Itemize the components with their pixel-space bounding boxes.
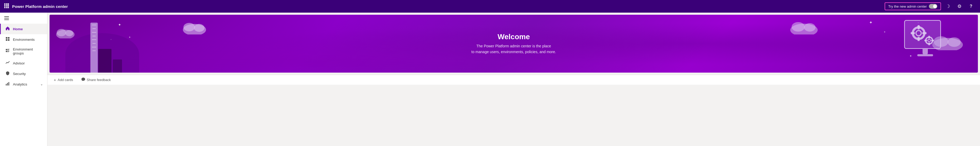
sidebar-environments-label: Environments	[13, 38, 35, 41]
svg-rect-17	[7, 49, 10, 49]
svg-rect-4	[6, 5, 7, 6]
monitor-illustration	[904, 20, 946, 57]
sidebar-item-advisor[interactable]: Advisor	[0, 58, 47, 68]
moon-icon: ☽	[946, 3, 950, 9]
sidebar-advisor-label: Advisor	[13, 61, 25, 65]
monitor-screen	[904, 20, 941, 49]
topbar: Power Platform admin center Try the new …	[0, 0, 980, 13]
share-feedback-icon	[81, 78, 85, 82]
svg-rect-48	[928, 43, 930, 45]
svg-rect-0	[4, 3, 6, 5]
add-cards-icon: +	[54, 78, 56, 82]
svg-point-27	[65, 30, 73, 36]
svg-point-29	[183, 23, 195, 31]
svg-rect-24	[8, 82, 9, 86]
help-button[interactable]: ?	[966, 2, 976, 11]
svg-point-26	[57, 29, 66, 36]
svg-rect-6	[4, 7, 6, 8]
star-5: ✦	[883, 30, 886, 33]
cloud-top-left	[55, 25, 76, 40]
svg-rect-22	[6, 84, 6, 86]
svg-rect-3	[4, 5, 6, 6]
try-new-admin-button[interactable]: Try the new admin center	[885, 2, 941, 10]
new-admin-toggle[interactable]	[929, 4, 937, 9]
content-area: ✦ ✦ ✦ ✦ ✦ ✦	[48, 13, 980, 146]
environment-groups-icon	[5, 49, 10, 54]
topbar-left: Power Platform admin center	[4, 3, 68, 10]
svg-rect-5	[8, 5, 9, 6]
app-title: Power Platform admin center	[12, 4, 68, 9]
banner-welcome-title: Welcome	[471, 33, 556, 41]
banner-subtitle-line1: The Power Platform admin center is the p…	[471, 43, 556, 49]
star-2: ✦	[129, 36, 131, 39]
svg-rect-42	[922, 32, 926, 34]
sidebar-item-environment-groups[interactable]: Environment groups	[0, 45, 47, 58]
sidebar-item-home[interactable]: Home	[0, 24, 47, 34]
svg-rect-16	[6, 49, 7, 50]
sidebar-hamburger[interactable]	[0, 13, 47, 24]
sidebar-home-label: Home	[13, 27, 23, 31]
rect-shape-1	[98, 49, 111, 73]
environments-icon	[5, 37, 10, 42]
security-icon	[5, 71, 10, 76]
monitor-stand	[923, 49, 928, 54]
svg-point-30	[194, 24, 205, 32]
svg-rect-14	[6, 39, 7, 41]
svg-rect-11	[4, 19, 9, 20]
try-new-admin-label: Try the new admin center	[888, 5, 927, 8]
svg-rect-20	[7, 50, 9, 50]
svg-point-46	[928, 39, 931, 42]
gear-icon: ⚙	[957, 3, 962, 9]
star-4: ✦	[869, 20, 872, 25]
svg-rect-44	[917, 23, 920, 23]
ruler-graphic	[91, 23, 98, 73]
svg-rect-50	[931, 40, 934, 41]
svg-rect-12	[6, 37, 7, 39]
add-cards-label: Add cards	[58, 78, 73, 82]
svg-rect-10	[4, 18, 9, 18]
svg-rect-15	[8, 39, 10, 41]
add-cards-button[interactable]: + Add cards	[52, 76, 75, 83]
svg-rect-13	[8, 37, 10, 39]
analytics-icon	[5, 81, 10, 87]
svg-rect-2	[8, 3, 9, 5]
sidebar-item-analytics[interactable]: Analytics ⌄	[0, 79, 47, 89]
svg-rect-9	[4, 16, 9, 17]
settings-button[interactable]: ⚙	[955, 2, 964, 11]
welcome-banner: ✦ ✦ ✦ ✦ ✦ ✦	[49, 15, 978, 73]
analytics-chevron-icon: ⌄	[40, 83, 43, 86]
svg-point-36	[948, 37, 961, 47]
share-feedback-button[interactable]: Share feedback	[79, 76, 113, 83]
svg-rect-18	[6, 51, 7, 52]
bottom-toolbar: + Add cards Share feedback	[48, 75, 980, 85]
svg-rect-47	[928, 36, 930, 38]
svg-point-33	[804, 23, 816, 32]
svg-rect-19	[7, 51, 10, 51]
svg-point-32	[792, 22, 805, 32]
main-layout: Home Environments	[0, 13, 980, 146]
svg-rect-8	[8, 7, 9, 8]
svg-rect-1	[6, 3, 7, 5]
banner-subtitle-line2: to manage users, environments, policies,…	[471, 49, 556, 55]
svg-rect-7	[6, 7, 7, 8]
advisor-icon	[5, 60, 10, 66]
sidebar-security-label: Security	[13, 72, 26, 76]
sidebar-environment-groups-label: Environment groups	[13, 48, 43, 55]
svg-rect-21	[7, 52, 9, 52]
waffle-icon[interactable]	[4, 3, 9, 10]
monitor-base	[917, 54, 933, 56]
share-feedback-label: Share feedback	[87, 78, 111, 82]
sidebar-item-security[interactable]: Security	[0, 68, 47, 79]
svg-rect-49	[924, 40, 927, 41]
svg-rect-41	[911, 32, 915, 34]
svg-point-38	[916, 30, 921, 36]
help-icon: ?	[970, 4, 972, 9]
cloud-right-mid	[788, 17, 820, 35]
svg-rect-40	[918, 37, 920, 41]
cloud-center	[181, 19, 208, 35]
theme-toggle-button[interactable]: ☽	[943, 2, 953, 11]
sidebar-analytics-label: Analytics	[13, 83, 27, 86]
banner-text: Welcome The Power Platform admin center …	[471, 33, 556, 55]
rect-shape-2	[113, 59, 122, 73]
sidebar-item-environments[interactable]: Environments	[0, 34, 47, 45]
